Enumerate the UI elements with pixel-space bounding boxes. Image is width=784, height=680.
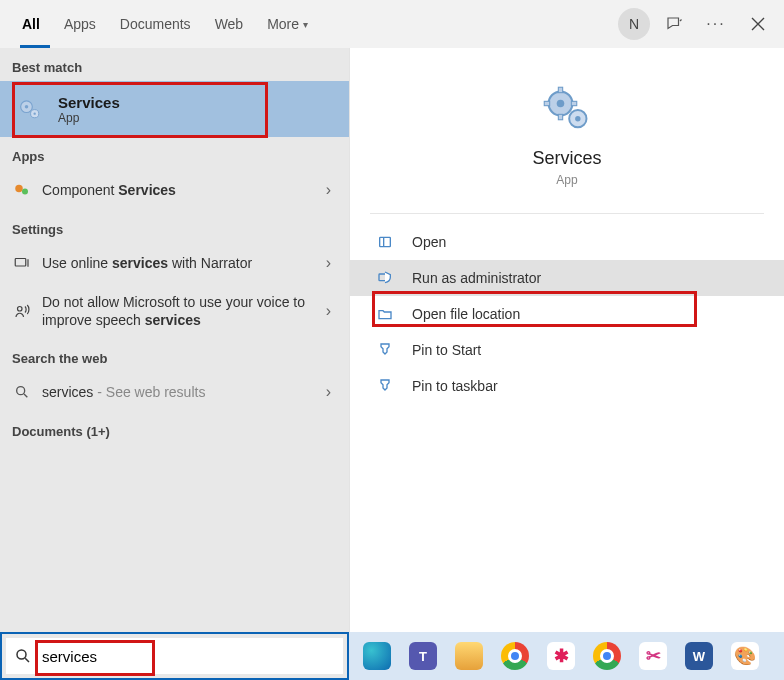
- search-box[interactable]: [6, 638, 343, 674]
- action-pin-start[interactable]: Pin to Start: [350, 332, 784, 368]
- settings-result-speech[interactable]: Do not allow Microsoft to use your voice…: [0, 283, 349, 339]
- svg-rect-6: [15, 259, 26, 267]
- tab-more-label: More: [267, 16, 299, 32]
- palette-icon: 🎨: [731, 642, 759, 670]
- chevron-right-icon: ›: [326, 383, 337, 401]
- action-pin-start-label: Pin to Start: [412, 342, 481, 358]
- pin-icon: [376, 378, 394, 394]
- detail-hero: Services App: [350, 64, 784, 195]
- taskbar: T ✱ ✂ W 🎨: [0, 632, 784, 680]
- taskbar-app-chrome2[interactable]: [587, 636, 627, 676]
- web-section-label: Search the web: [0, 339, 349, 372]
- admin-icon: [376, 270, 394, 286]
- search-icon: [14, 647, 32, 665]
- gears-icon: [16, 95, 44, 123]
- close-button[interactable]: [740, 6, 776, 42]
- taskbar-app-teams[interactable]: T: [403, 636, 443, 676]
- search-input[interactable]: [38, 644, 335, 669]
- titlebar-actions: N ···: [618, 0, 776, 48]
- web-result-services[interactable]: services - See web results ›: [0, 372, 349, 412]
- chevron-right-icon: ›: [326, 302, 337, 320]
- action-open-location[interactable]: Open file location: [350, 296, 784, 332]
- teams-icon: T: [409, 642, 437, 670]
- svg-point-4: [15, 185, 23, 193]
- svg-point-3: [34, 113, 36, 115]
- apps-section-label: Apps: [0, 137, 349, 170]
- svg-rect-11: [558, 87, 562, 92]
- tab-documents[interactable]: Documents: [108, 0, 203, 48]
- tab-web[interactable]: Web: [203, 0, 256, 48]
- apps-result-component-services[interactable]: Component Services ›: [0, 170, 349, 210]
- search-icon: [12, 382, 32, 402]
- detail-subtitle: App: [350, 173, 784, 187]
- more-options-button[interactable]: ···: [698, 6, 734, 42]
- main-panes: Best match Services App Apps Component S…: [0, 48, 784, 632]
- taskbar-app-slack[interactable]: ✱: [541, 636, 581, 676]
- action-open[interactable]: Open: [350, 224, 784, 260]
- taskbar-app-snip[interactable]: ✂: [633, 636, 673, 676]
- action-run-admin-label: Run as administrator: [412, 270, 541, 286]
- svg-point-5: [22, 189, 28, 195]
- narrator-icon: [12, 253, 32, 273]
- close-icon: [751, 17, 765, 31]
- settings-result-speech-label: Do not allow Microsoft to use your voice…: [42, 293, 326, 329]
- svg-rect-12: [558, 114, 562, 119]
- chrome-icon: [501, 642, 529, 670]
- tab-apps[interactable]: Apps: [52, 0, 108, 48]
- filter-tabbar: All Apps Documents Web More▾ N ···: [0, 0, 784, 48]
- taskbar-app-explorer[interactable]: [449, 636, 489, 676]
- more-icon: ···: [706, 15, 725, 33]
- taskbar-app-edge[interactable]: [357, 636, 397, 676]
- web-result-label: services - See web results: [42, 383, 326, 401]
- chevron-right-icon: ›: [326, 254, 337, 272]
- action-pin-taskbar[interactable]: Pin to taskbar: [350, 368, 784, 404]
- taskbar-app-word[interactable]: W: [679, 636, 719, 676]
- svg-point-7: [18, 307, 23, 312]
- chevron-down-icon: ▾: [303, 19, 308, 30]
- best-match-title: Services: [58, 94, 120, 111]
- user-avatar[interactable]: N: [618, 8, 650, 40]
- divider: [370, 213, 764, 214]
- speech-icon: [12, 301, 32, 321]
- detail-title: Services: [350, 148, 784, 169]
- svg-point-19: [17, 650, 26, 659]
- best-match-text: Services App: [58, 94, 120, 125]
- svg-rect-14: [571, 101, 576, 105]
- best-match-label: Best match: [0, 48, 349, 81]
- pin-icon: [376, 342, 394, 358]
- tab-more[interactable]: More▾: [255, 0, 320, 48]
- svg-point-16: [575, 116, 580, 121]
- scissors-icon: ✂: [639, 642, 667, 670]
- feedback-button[interactable]: [656, 6, 692, 42]
- feedback-icon: [665, 15, 683, 33]
- settings-section-label: Settings: [0, 210, 349, 243]
- folder-icon: [376, 306, 394, 322]
- detail-pane: Services App Open Run as administrator O…: [349, 48, 784, 632]
- best-match-result[interactable]: Services App: [0, 81, 349, 137]
- tab-all[interactable]: All: [10, 0, 52, 48]
- taskbar-app-chrome[interactable]: [495, 636, 535, 676]
- slack-icon: ✱: [547, 642, 575, 670]
- action-open-label: Open: [412, 234, 446, 250]
- component-services-icon: [12, 180, 32, 200]
- search-container: [0, 632, 349, 680]
- word-icon: W: [685, 642, 713, 670]
- chevron-right-icon: ›: [326, 181, 337, 199]
- svg-point-1: [25, 105, 29, 109]
- documents-section-label: Documents (1+): [0, 412, 349, 445]
- best-match-subtitle: App: [58, 111, 120, 125]
- edge-icon: [363, 642, 391, 670]
- settings-result-narrator-label: Use online services with Narrator: [42, 254, 326, 272]
- action-pin-taskbar-label: Pin to taskbar: [412, 378, 498, 394]
- svg-rect-17: [380, 237, 391, 246]
- action-run-admin[interactable]: Run as administrator: [350, 260, 784, 296]
- taskbar-app-paint[interactable]: 🎨: [725, 636, 765, 676]
- action-open-location-label: Open file location: [412, 306, 520, 322]
- open-icon: [376, 234, 394, 250]
- svg-point-8: [17, 387, 25, 395]
- settings-result-narrator[interactable]: Use online services with Narrator ›: [0, 243, 349, 283]
- gears-icon: [541, 84, 593, 136]
- results-pane: Best match Services App Apps Component S…: [0, 48, 349, 632]
- svg-rect-13: [544, 101, 549, 105]
- folder-icon: [455, 642, 483, 670]
